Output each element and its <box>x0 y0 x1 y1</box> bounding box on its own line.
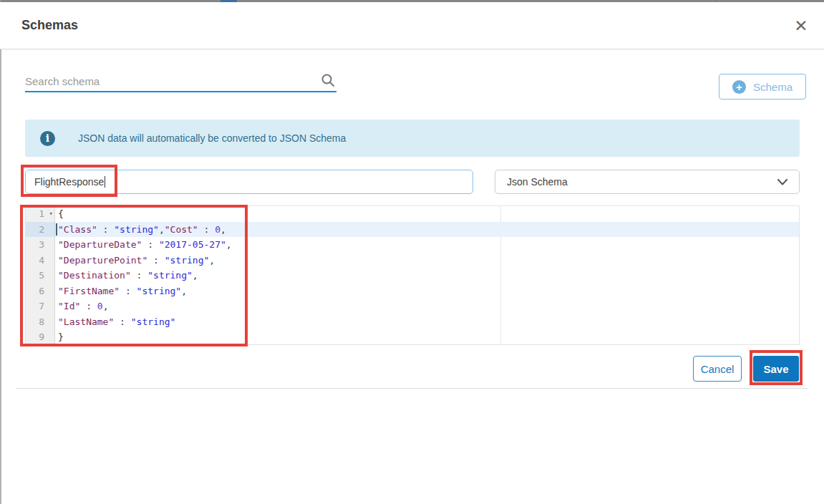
editor-line-number: 9 <box>26 329 54 345</box>
editor-line[interactable]: "Destination" : "string", <box>55 268 799 284</box>
add-schema-button[interactable]: + Schema <box>719 74 806 100</box>
footer-divider <box>16 388 808 389</box>
editor-gutter: 1▾23456789 <box>26 206 55 344</box>
schemas-modal: Schemas ✕ + Schema i JSON data will auto… <box>0 0 824 504</box>
chevron-down-icon <box>777 179 787 185</box>
schema-type-select[interactable]: Json Schema <box>495 170 800 194</box>
editor-line-number: 4 <box>26 253 54 268</box>
schema-name-value: FlightResponse <box>34 176 104 188</box>
editor-line-number: 8 <box>26 314 54 330</box>
editor-line-number: 2 <box>26 222 54 238</box>
info-banner-text: JSON data will automatically be converte… <box>78 132 346 144</box>
info-banner: i JSON data will automatically be conver… <box>25 120 800 157</box>
page-title: Schemas <box>21 18 78 33</box>
search-field[interactable] <box>25 70 336 92</box>
search-icon <box>321 73 335 87</box>
editor-line-number: 5 <box>26 268 54 284</box>
editor-caret <box>56 223 57 236</box>
editor-line-number: 1▾ <box>26 206 54 222</box>
info-icon: i <box>40 131 55 146</box>
editor-line[interactable]: "Id" : 0, <box>55 299 799 314</box>
editor-line[interactable]: "LastName" : "string" <box>55 314 799 330</box>
editor-code[interactable]: {"Class" : "string","Cost" : 0,"Departur… <box>55 206 799 344</box>
editor-line[interactable]: { <box>55 206 799 222</box>
editor-line-number: 3 <box>26 237 54 253</box>
close-icon[interactable]: ✕ <box>790 14 813 37</box>
plus-icon: + <box>732 80 746 94</box>
add-schema-label: Schema <box>753 81 793 93</box>
fold-toggle-icon[interactable]: ▾ <box>49 206 53 222</box>
header-divider <box>0 49 824 49</box>
editor-line-number: 7 <box>26 299 54 314</box>
schema-type-value: Json Schema <box>507 176 568 188</box>
modal-header: Schemas ✕ <box>0 2 824 49</box>
search-input[interactable] <box>25 70 311 89</box>
schema-name-input[interactable]: FlightResponse <box>25 170 473 194</box>
editor-line-number: 6 <box>26 284 54 299</box>
window-left-edge <box>0 0 1 504</box>
editor-line[interactable]: "FirstName" : "string", <box>55 284 799 299</box>
editor-line[interactable]: "DeparturePoint" : "string", <box>55 253 799 268</box>
editor-line[interactable]: } <box>55 329 799 345</box>
save-button[interactable]: Save <box>753 356 799 382</box>
editor-line[interactable]: "DepartureDate" : "2017-05-27", <box>55 237 799 253</box>
editor-line[interactable]: "Class" : "string","Cost" : 0, <box>55 222 799 238</box>
text-caret <box>105 176 105 188</box>
json-code-editor[interactable]: 1▾23456789 {"Class" : "string","Cost" : … <box>25 205 800 345</box>
cancel-button[interactable]: Cancel <box>693 356 742 382</box>
